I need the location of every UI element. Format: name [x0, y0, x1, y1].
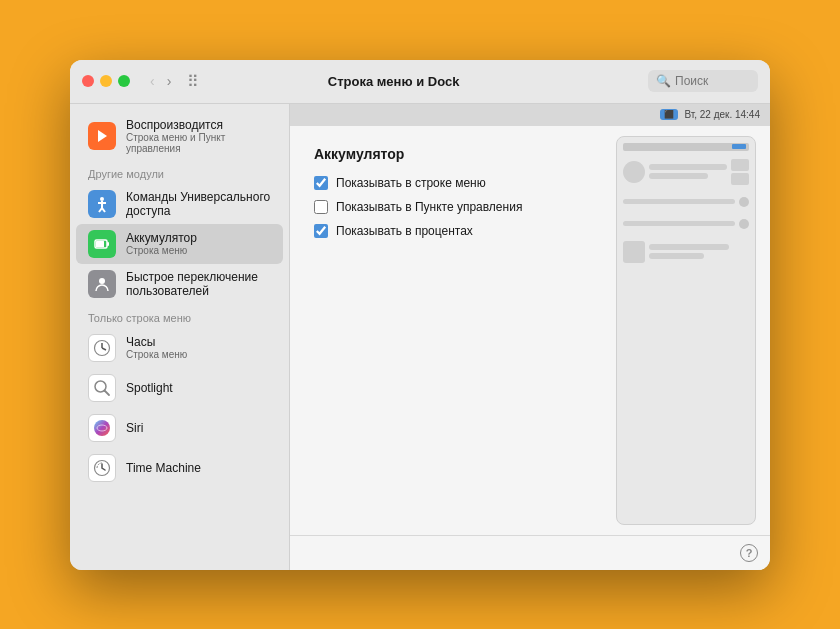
checkbox-label-menubar: Показывать в строке меню	[336, 176, 486, 190]
checkbox-row-percent: Показывать в процентах	[314, 224, 592, 238]
siri-icon	[88, 414, 116, 442]
help-button[interactable]: ?	[740, 544, 758, 562]
sidebar-item-playing[interactable]: Воспроизводится Строка меню и Пункт упра…	[76, 112, 283, 160]
sidebar-item-battery[interactable]: Аккумулятор Строка меню	[76, 224, 283, 264]
clock-text: Часы Строка меню	[126, 335, 187, 360]
preview-block-4	[623, 241, 645, 263]
menubar-datetime: Вт, 22 дек. 14:44	[684, 109, 760, 120]
svg-rect-7	[107, 242, 109, 246]
preview-slider-row-2	[623, 219, 749, 229]
svg-line-14	[105, 390, 110, 395]
preview-spacer-1	[623, 189, 749, 193]
svg-line-5	[102, 208, 105, 212]
main-window: ‹ › ⠿ Строка меню и Dock 🔍 Воспроизводит…	[70, 60, 770, 570]
preview-spacer-3	[623, 233, 749, 237]
checkbox-label-control-center: Показывать в Пункте управления	[336, 200, 522, 214]
checkbox-show-menubar[interactable]	[314, 176, 328, 190]
sidebar-item-fast-user[interactable]: Быстрое переключение пользователей	[76, 264, 283, 304]
checkbox-label-percent: Показывать в процентах	[336, 224, 473, 238]
preview-slider-2	[623, 221, 735, 226]
preview-line-4b	[649, 253, 704, 259]
checkbox-row-control-center: Показывать в Пункте управления	[314, 200, 592, 214]
battery-text: Аккумулятор Строка меню	[126, 231, 197, 256]
close-button[interactable]	[82, 75, 94, 87]
preview-thumb-2	[731, 173, 749, 185]
preview-avatar-1	[623, 161, 645, 183]
svg-point-15	[94, 420, 110, 436]
playing-icon	[88, 122, 116, 150]
preview-menubar	[623, 143, 749, 151]
main-panel: ⬛ Вт, 22 дек. 14:44 Аккумулятор Показыва…	[290, 104, 770, 570]
universal-access-icon	[88, 190, 116, 218]
preview-thumb-1	[731, 159, 749, 171]
sidebar-item-clock[interactable]: Часы Строка меню	[76, 328, 283, 368]
sidebar-item-universal-access[interactable]: Команды Универсального доступа	[76, 184, 283, 224]
svg-rect-8	[96, 241, 104, 247]
titlebar: ‹ › ⠿ Строка меню и Dock 🔍	[70, 60, 770, 104]
svg-point-1	[100, 197, 104, 201]
help-container: ?	[290, 535, 770, 570]
sidebar-item-time-machine[interactable]: Time Machine	[76, 448, 283, 488]
main-content-area: Аккумулятор Показывать в строке меню Пок…	[290, 126, 770, 535]
preview-slider-1	[623, 199, 735, 204]
preview-line-1	[649, 164, 727, 170]
preview-line-4a	[649, 244, 729, 250]
preview-row-1	[623, 159, 749, 185]
preview-panel	[616, 136, 756, 525]
preview-slider-row-1	[623, 197, 749, 207]
preview-row-4	[623, 241, 749, 263]
time-machine-text: Time Machine	[126, 461, 201, 475]
maximize-button[interactable]	[118, 75, 130, 87]
clock-icon	[88, 334, 116, 362]
sidebar-item-siri[interactable]: Siri	[76, 408, 283, 448]
search-icon: 🔍	[656, 74, 671, 88]
search-input[interactable]	[675, 74, 745, 88]
traffic-lights	[82, 75, 130, 87]
section-other-label: Другие модули	[70, 160, 289, 184]
fast-user-icon	[88, 270, 116, 298]
content-area: Воспроизводится Строка меню и Пункт упра…	[70, 104, 770, 570]
preview-line-2	[649, 173, 708, 179]
battery-badge: ⬛	[660, 109, 678, 120]
section-title: Аккумулятор	[314, 146, 592, 162]
spotlight-icon	[88, 374, 116, 402]
spotlight-text: Spotlight	[126, 381, 173, 395]
window-title: Строка меню и Dock	[139, 74, 648, 89]
battery-icon	[88, 230, 116, 258]
checkbox-show-percent[interactable]	[314, 224, 328, 238]
preview-slider-thumb-2	[739, 219, 749, 229]
search-box[interactable]: 🔍	[648, 70, 758, 92]
time-machine-icon	[88, 454, 116, 482]
preview-spacer-2	[623, 211, 749, 215]
svg-point-9	[99, 278, 105, 284]
settings-area: Аккумулятор Показывать в строке меню Пок…	[290, 126, 616, 535]
fast-user-text: Быстрое переключение пользователей	[126, 270, 271, 298]
sidebar: Воспроизводится Строка меню и Пункт упра…	[70, 104, 290, 570]
universal-access-text: Команды Универсального доступа	[126, 190, 271, 218]
section-menubar-label: Только строка меню	[70, 304, 289, 328]
sidebar-item-spotlight[interactable]: Spotlight	[76, 368, 283, 408]
preview-battery-indicator	[732, 144, 746, 149]
preview-slider-thumb-1	[739, 197, 749, 207]
siri-text: Siri	[126, 421, 143, 435]
checkbox-show-control-center[interactable]	[314, 200, 328, 214]
fake-menubar: ⬛ Вт, 22 дек. 14:44	[290, 104, 770, 126]
checkbox-row-menubar: Показывать в строке меню	[314, 176, 592, 190]
svg-marker-0	[98, 130, 107, 142]
minimize-button[interactable]	[100, 75, 112, 87]
playing-item-text: Воспроизводится Строка меню и Пункт упра…	[126, 118, 271, 154]
svg-line-12	[102, 348, 106, 350]
